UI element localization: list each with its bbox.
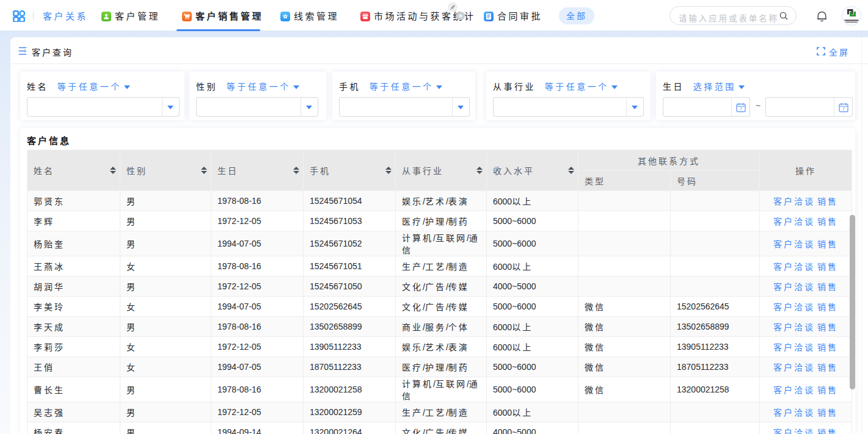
- svg-text:7: 7: [740, 106, 743, 112]
- svg-text:7: 7: [842, 106, 845, 112]
